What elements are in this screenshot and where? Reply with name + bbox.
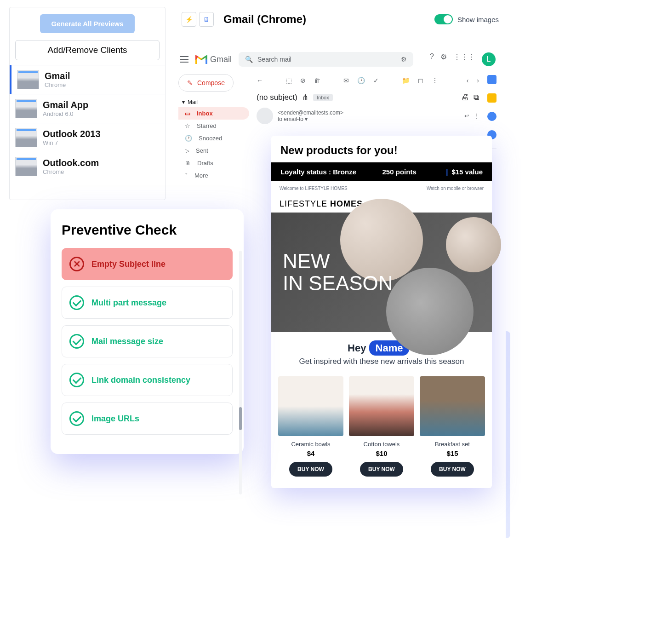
label-icon[interactable]: ◻	[418, 77, 423, 84]
show-images-label: Show images	[457, 16, 499, 23]
check-item-ok[interactable]: Image URLs	[62, 402, 233, 435]
search-icon: 🔍	[245, 56, 253, 63]
success-icon	[69, 295, 84, 310]
check-item-error[interactable]: ✕ Empty Subject line	[62, 248, 233, 280]
buy-button[interactable]: BUY NOW	[360, 462, 403, 477]
loyalty-status: Loyalty status : Bronze	[280, 168, 356, 176]
product-card: Breakfast set $15 BUY NOW	[420, 376, 485, 477]
next-icon[interactable]: ›	[477, 77, 479, 84]
clock-icon: 🕐	[185, 135, 192, 142]
avatar[interactable]: L	[482, 52, 496, 66]
popout-icon[interactable]: ⧉	[474, 93, 479, 102]
nav-inbox[interactable]: ▭Inbox	[178, 107, 249, 120]
check-item-ok[interactable]: Link domain consistency	[62, 364, 233, 396]
show-images-toggle[interactable]	[434, 14, 453, 24]
nav-more[interactable]: ˅More	[178, 169, 249, 182]
spam-icon[interactable]: ⊘	[300, 77, 306, 84]
product-price: $4	[278, 449, 343, 457]
preventive-check-panel: Preventive Check ✕ Empty Subject line Mu…	[51, 209, 244, 454]
client-name: Gmail	[45, 71, 70, 81]
client-item-gmail-app[interactable]: Gmail AppAndroid 6.0	[10, 94, 165, 123]
delete-icon[interactable]: 🗑	[314, 77, 320, 84]
desktop-icon[interactable]: 🖥	[199, 12, 214, 27]
inbox-icon: ▭	[185, 110, 190, 117]
product-image	[349, 376, 414, 436]
client-sub: Win 7	[43, 139, 101, 146]
task-icon[interactable]: ✓	[373, 77, 379, 84]
add-remove-clients-button[interactable]: Add/Remove Clients	[15, 40, 160, 60]
nav-snoozed[interactable]: 🕐Snoozed	[178, 132, 249, 144]
client-item-outlook-2013[interactable]: Outlook 2013Win 7	[10, 123, 165, 152]
check-label: Empty Subject line	[91, 259, 166, 269]
product-name: Cotton towels	[349, 441, 414, 448]
star-icon: ☆	[185, 122, 190, 129]
welcome-text: Welcome to LIFESTYLE HOMES	[280, 186, 348, 191]
main-header: ⚡ 🖥 Gmail (Chrome) Show images	[175, 7, 506, 32]
back-icon[interactable]: ←	[257, 77, 263, 84]
recipient[interactable]: to email-to ▾	[278, 116, 343, 122]
nav-drafts[interactable]: 🗎Drafts	[178, 157, 249, 169]
product-price: $10	[349, 449, 414, 457]
error-icon: ✕	[69, 257, 84, 271]
product-price: $15	[420, 449, 485, 457]
compose-button[interactable]: ✎Compose	[178, 74, 234, 92]
help-icon[interactable]: ?	[430, 52, 434, 66]
archive-icon[interactable]: ⬚	[286, 77, 292, 84]
sender-email: <sender@emailtests.com>	[278, 109, 343, 116]
client-name: Outlook.com	[43, 158, 99, 168]
apps-icon[interactable]: ⋮⋮⋮	[453, 52, 475, 66]
pencil-icon: ✎	[187, 79, 193, 86]
generate-previews-button[interactable]: Generate All Previews	[40, 14, 134, 33]
hero-image: NEWIN SEASON	[271, 213, 492, 332]
scrollbar-track	[239, 251, 242, 494]
prev-icon[interactable]: ‹	[467, 77, 469, 84]
calendar-icon[interactable]	[487, 75, 496, 84]
filter-icon[interactable]: ⚙	[401, 56, 407, 63]
check-item-ok[interactable]: Multi part message	[62, 287, 233, 319]
client-thumbnail	[15, 99, 37, 118]
products-row: Ceramic bowls $4 BUY NOW Cotton towels $…	[271, 376, 492, 488]
success-icon	[69, 373, 84, 387]
check-label: Image URLs	[91, 414, 139, 424]
more-icon[interactable]: ⋮	[432, 77, 438, 84]
buy-button[interactable]: BUY NOW	[431, 462, 474, 477]
client-name: Outlook 2013	[43, 129, 101, 139]
check-item-ok[interactable]: Mail message size	[62, 325, 233, 357]
success-icon	[69, 334, 84, 349]
client-thumbnail	[17, 70, 39, 89]
product-name: Breakfast set	[420, 441, 485, 448]
move-icon[interactable]: 📁	[402, 77, 410, 84]
lightning-icon[interactable]: ⚡	[182, 12, 196, 27]
check-label: Multi part message	[91, 298, 166, 308]
success-icon	[69, 411, 84, 426]
email-title: New products for you!	[271, 136, 492, 162]
product-card: Ceramic bowls $4 BUY NOW	[278, 376, 343, 477]
snooze-icon[interactable]: 🕐	[357, 77, 365, 84]
client-item-gmail[interactable]: GmailChrome	[10, 65, 165, 94]
menu-icon[interactable]	[180, 56, 188, 63]
loyalty-value: $15 value	[451, 168, 483, 176]
nav-sent[interactable]: ▷Sent	[178, 144, 249, 157]
inbox-tag[interactable]: Inbox	[313, 94, 333, 101]
loyalty-points: 250 points	[382, 168, 417, 176]
check-label: Link domain consistency	[91, 375, 190, 385]
unread-icon[interactable]: ✉	[343, 77, 349, 84]
more-icon[interactable]: ⋮	[474, 113, 479, 119]
settings-icon[interactable]: ⚙	[440, 52, 447, 66]
client-name: Gmail App	[43, 100, 88, 110]
buy-button[interactable]: BUY NOW	[289, 462, 332, 477]
gmail-toolbar: ← ⬚ ⊘ 🗑 ✉ 🕐 ✓ 📁 ◻ ⋮ ‹ ›	[257, 74, 479, 87]
reply-icon[interactable]: ↩	[464, 113, 469, 119]
scrollbar-thumb[interactable]	[239, 407, 242, 430]
client-item-outlook-com[interactable]: Outlook.comChrome	[10, 152, 165, 181]
tasks-icon[interactable]	[487, 112, 496, 121]
print-icon[interactable]: 🖨	[461, 93, 469, 102]
mail-section[interactable]: ▾Mail	[178, 97, 249, 107]
gmail-nav: ✎Compose ▾Mail ▭Inbox ☆Starred 🕐Snoozed …	[175, 70, 253, 185]
watch-text: Watch on mobile or browser	[427, 186, 484, 191]
search-input[interactable]: 🔍Search mail⚙	[239, 52, 413, 67]
keep-icon[interactable]	[487, 93, 496, 103]
nav-starred[interactable]: ☆Starred	[178, 120, 249, 132]
important-icon[interactable]: ⋔	[302, 92, 308, 102]
draft-icon: 🗎	[185, 160, 191, 167]
